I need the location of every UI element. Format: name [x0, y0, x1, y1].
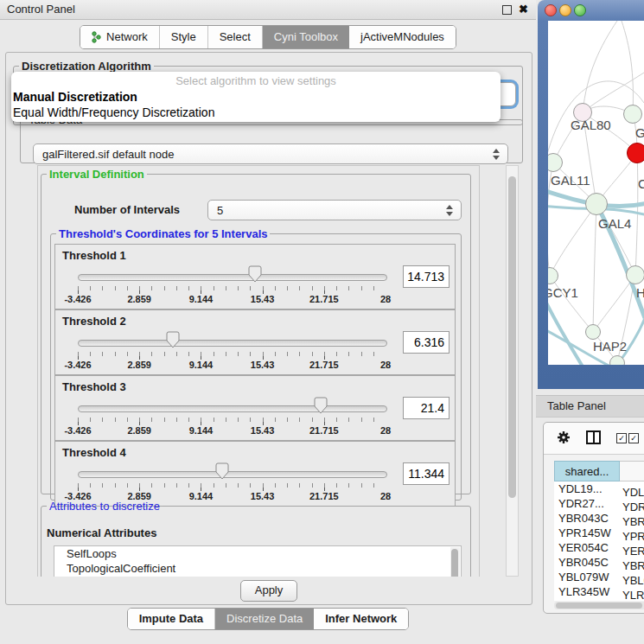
network-node[interactable] — [585, 193, 608, 215]
combo-arrows-icon — [446, 205, 453, 216]
list-item[interactable]: SelfLoops — [54, 546, 461, 561]
threshold-4-slider[interactable]: -3.4262.859 9.14415.43 21.71528 — [78, 442, 386, 506]
dropdown-option-manual[interactable]: Manual Discretization — [11, 89, 501, 105]
node-label: G — [635, 125, 644, 140]
table-row[interactable]: YIL052CYIL0 — [554, 599, 644, 601]
threshold-2-panel: Threshold 2 -3.4262.859 9.14 — [54, 309, 456, 375]
numerical-attributes-list[interactable]: SelfLoops TopologicalCoefficient Between… — [54, 545, 462, 577]
zoom-traffic-light[interactable] — [574, 4, 586, 16]
attributes-to-discretize-group: Attributes to discretize Numerical Attri… — [41, 500, 471, 577]
combo-arrows-icon — [493, 149, 500, 160]
scrollbar-thumb[interactable] — [508, 176, 516, 498]
gear-icon[interactable] — [557, 430, 571, 444]
float-window-icon[interactable] — [502, 5, 512, 15]
list-item[interactable]: BetweennessCentrality — [54, 576, 461, 577]
manual-discretization-panel: Interval Definition Number of Intervals … — [37, 165, 480, 577]
slider-track[interactable] — [78, 471, 387, 478]
column-header-name[interactable]: na — [620, 461, 644, 481]
cyni-toolbox-pane: Discretization Algorithm Select algorith… — [5, 52, 532, 605]
threshold-4-panel: Threshold 4 -3.4262.859 9.14 — [54, 441, 456, 507]
horizontal-scrollbar[interactable] — [554, 602, 644, 609]
table-row[interactable]: YDL19...YDL1 — [554, 481, 644, 496]
threshold-1-panel: Threshold 1 -3.4262.859 9.14 — [54, 244, 456, 309]
table-toolbar: ✓ ✓ — [544, 423, 644, 455]
node-label: HAP2 — [593, 339, 627, 354]
dropdown-option-equal-width[interactable]: Equal Width/Frequency Discretization — [11, 105, 501, 120]
network-canvas[interactable]: GAL80 G C GAL11 GAL4 GCY1 H HAP2 — [548, 21, 644, 365]
column-header-shared-name[interactable]: shared... — [554, 461, 620, 481]
list-item[interactable]: TopologicalCoefficient — [54, 561, 461, 576]
tab-style[interactable]: Style — [160, 26, 208, 48]
minimize-traffic-light[interactable] — [559, 4, 571, 16]
apply-button[interactable]: Apply — [240, 580, 297, 602]
algorithm-dropdown-popup: Select algorithm to view settings Manual… — [11, 72, 501, 122]
node-label: GAL11 — [551, 173, 590, 188]
control-panel-titlebar: Control Panel ✖ — [0, 0, 536, 20]
table-row[interactable]: YLR345WYLR3 — [554, 584, 644, 599]
node-label: GCY1 — [548, 285, 578, 300]
tab-infer-network[interactable]: Infer Network — [314, 609, 408, 629]
network-node[interactable] — [609, 355, 625, 365]
dropdown-placeholder-item: Select algorithm to view settings — [11, 73, 501, 89]
threshold-3-value-field[interactable] — [403, 397, 450, 419]
network-node[interactable] — [626, 265, 644, 284]
number-of-intervals-combobox[interactable]: 5 — [207, 200, 462, 220]
threshold-3-slider[interactable]: -3.4262.859 9.14415.43 21.71528 — [78, 376, 386, 440]
network-icon — [92, 31, 101, 43]
tab-cyni-toolbox[interactable]: Cyni Toolbox — [263, 26, 349, 48]
slider-track[interactable] — [78, 405, 387, 412]
slider-thumb[interactable] — [313, 397, 328, 414]
table-data-combobox[interactable]: galFiltered.sif default node — [33, 143, 508, 164]
table-row[interactable]: YBR043CYBR0 — [554, 511, 644, 526]
checkbox-icon[interactable]: ✓ — [616, 433, 627, 443]
number-of-intervals-label: Number of Intervals — [74, 203, 180, 216]
table-row[interactable]: YDR27...YDR2 — [554, 496, 644, 511]
scrollbar-thumb[interactable] — [556, 603, 642, 609]
slider-thumb[interactable] — [247, 265, 263, 283]
thresholds-group: Threshold's Coordinates for 5 Intervals … — [50, 227, 462, 501]
table-row[interactable]: YER054CYER0 — [554, 540, 644, 555]
table-row[interactable]: YPR145WYPR1 — [554, 526, 644, 540]
network-node[interactable] — [585, 324, 601, 340]
interval-definition-group: Interval Definition Number of Intervals … — [41, 168, 471, 494]
table-panel-titlebar: Table Panel — [536, 395, 644, 418]
slider-thumb[interactable] — [165, 331, 181, 348]
tab-impute-data[interactable]: Impute Data — [128, 609, 215, 629]
panel-title: Control Panel — [7, 0, 75, 19]
list-scrollbar[interactable] — [450, 547, 460, 577]
network-node[interactable] — [623, 105, 642, 124]
network-node-selected-red[interactable] — [627, 143, 644, 163]
tab-network[interactable]: Network — [80, 26, 160, 48]
numerical-attributes-label: Numerical Attributes — [47, 526, 156, 539]
tab-discretize-data[interactable]: Discretize Data — [215, 609, 314, 629]
columns-icon[interactable] — [586, 430, 601, 444]
vertical-scrollbar[interactable] — [506, 165, 519, 577]
top-tab-bar: Network Style Select Cyni Toolbox jActiv… — [0, 25, 536, 49]
threshold-4-value-field[interactable] — [403, 462, 450, 485]
network-view-window: GAL80 G C GAL11 GAL4 GCY1 H HAP2 — [538, 0, 644, 389]
node-table: ✓ ✓ shared... na YDL19...YDL1 YDR27...YD… — [543, 422, 644, 614]
table-row[interactable]: YBL079WYBL0 — [554, 570, 644, 584]
slider-track[interactable] — [78, 340, 387, 347]
node-label: GAL4 — [598, 216, 631, 231]
table-rows: YDL19...YDL1 YDR27...YDR2 YBR043CYBR0 YP… — [554, 481, 644, 601]
tab-jactivemnodules[interactable]: jActiveMNodules — [349, 26, 456, 48]
node-label: C — [638, 176, 644, 191]
table-row[interactable]: YBR045CYBR0 — [554, 555, 644, 570]
threshold-2-slider[interactable]: -3.4262.859 9.14415.43 21.71528 — [78, 310, 386, 374]
close-traffic-light[interactable] — [545, 4, 557, 16]
node-label: GAL80 — [571, 118, 611, 132]
slider-track[interactable] — [78, 274, 387, 281]
close-icon[interactable]: ✖ — [519, 3, 528, 16]
threshold-2-value-field[interactable] — [403, 331, 450, 354]
node-label: H — [636, 285, 644, 300]
threshold-3-panel: Threshold 3 -3.4262.859 9.14 — [54, 375, 456, 441]
threshold-1-slider[interactable]: -3.4262.859 9.14415.43 21.71528 — [78, 245, 386, 309]
screenshot-root: Control Panel ✖ Network Style Select — [0, 0, 644, 644]
checkbox-icon[interactable]: ✓ — [628, 433, 639, 443]
threshold-1-value-field[interactable] — [403, 265, 450, 288]
settings-scroll-viewport: Interval Definition Number of Intervals … — [13, 165, 502, 577]
tab-select[interactable]: Select — [208, 26, 263, 48]
slider-thumb[interactable] — [214, 462, 230, 480]
bottom-tab-bar: Impute Data Discretize Data Infer Networ… — [0, 608, 536, 630]
